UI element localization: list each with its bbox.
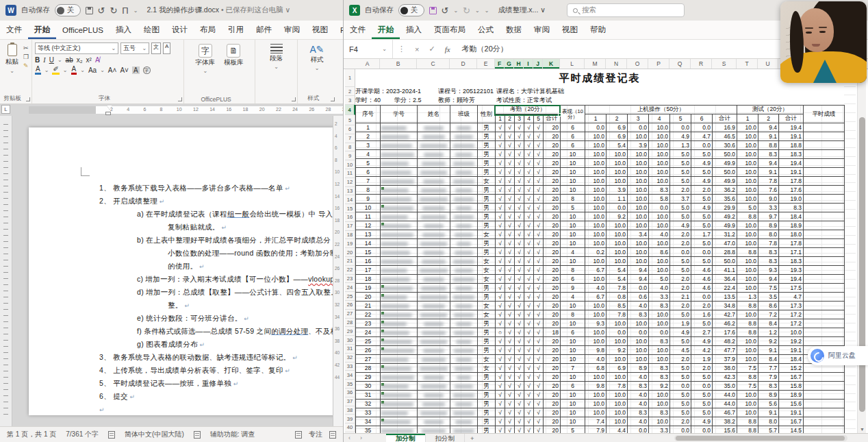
- excel-undo-icon[interactable]: ↺: [442, 6, 449, 15]
- menu-tab-视图[interactable]: 视图: [306, 21, 334, 39]
- column-header-B[interactable]: B: [380, 59, 417, 69]
- left-indent-marker[interactable]: [105, 112, 111, 115]
- font-library-button[interactable]: 字 字体库⌄: [192, 42, 219, 94]
- search-input[interactable]: 搜索: [567, 3, 685, 17]
- text-effects-icon[interactable]: A: [35, 66, 41, 75]
- scroll-down-icon[interactable]: ▼: [860, 427, 865, 432]
- menu-tab-开始[interactable]: 开始: [372, 21, 400, 39]
- row-header-10[interactable]: 10: [345, 160, 355, 169]
- template-library-button[interactable]: 🗎 模板库: [220, 42, 247, 94]
- word-document-title[interactable]: 2.1 我的操作步骤.docx • 已保存到这台电脑 ∨: [146, 5, 290, 15]
- th-sub[interactable]: 5: [534, 114, 544, 123]
- grade-row[interactable]: 18女√√√√√20610.05.49.45.02.04.636.410.09.…: [356, 275, 845, 284]
- th-sex[interactable]: 性别: [478, 106, 496, 123]
- column-header-F[interactable]: F: [495, 59, 505, 69]
- th-attendance[interactable]: 考勤（20分）: [496, 106, 561, 114]
- italic-button[interactable]: I: [43, 56, 45, 64]
- th-sub[interactable]: 1: [585, 114, 607, 123]
- grade-row[interactable]: 35男√√√√√2057.94.40.03.30.00.015.68.85.71…: [356, 426, 845, 434]
- menu-tab-审阅[interactable]: 审阅: [528, 21, 556, 39]
- th-no[interactable]: 序号: [356, 106, 381, 123]
- row-header-9[interactable]: 9: [345, 151, 355, 160]
- menu-tab-PDF[interactable]: PDF: [334, 21, 344, 39]
- accessibility-status[interactable]: 辅助功能: 调查: [210, 430, 255, 439]
- row-header-24[interactable]: 24: [345, 283, 355, 292]
- clipboard-dialog-launcher-icon[interactable]: [26, 97, 30, 101]
- add-sheet-button[interactable]: +: [465, 434, 480, 442]
- horizontal-ruler[interactable]: 24681012141618202224262830: [12, 104, 343, 116]
- menu-tab-设计[interactable]: 设计: [166, 21, 194, 39]
- font-dialog-launcher-icon[interactable]: [178, 97, 182, 101]
- doc-line[interactable]: d) 增加一列：总成绩【取整】——公式计算、四舍五入取整。教: [29, 286, 334, 299]
- grade-row[interactable]: 20男√√√√√2046.70.80.63.32.10.013.51.33.54…: [356, 293, 845, 302]
- th-cls[interactable]: 班级: [450, 106, 478, 123]
- superscript-button[interactable]: x²: [86, 56, 92, 64]
- paragraph-button[interactable]: 段落⌄: [266, 42, 286, 94]
- menu-tab-页面布局[interactable]: 页面布局: [428, 21, 472, 39]
- horizontal-scrollbar[interactable]: [674, 435, 847, 441]
- word-redo-icon[interactable]: ↻: [110, 6, 117, 15]
- column-header-L[interactable]: L: [560, 59, 585, 69]
- menu-tab-公式[interactable]: 公式: [472, 21, 500, 39]
- sheet-title[interactable]: 平时成绩登记表: [355, 69, 844, 87]
- menu-tab-开始[interactable]: 开始: [28, 21, 56, 39]
- column-header-E[interactable]: E: [477, 59, 495, 69]
- row-header-8[interactable]: 8: [345, 143, 355, 152]
- grade-row[interactable]: 14男√√√√√201010.010.010.010.02.05.047.010…: [356, 239, 845, 248]
- row-header-39[interactable]: 39: [345, 415, 355, 423]
- menu-tab-引用[interactable]: 引用: [222, 21, 250, 39]
- menu-tab-视图[interactable]: 视图: [556, 21, 584, 39]
- row-header-22[interactable]: 22: [345, 266, 355, 275]
- row-header-14[interactable]: 14: [345, 195, 355, 204]
- th-sub[interactable]: 2: [758, 114, 779, 123]
- grade-row[interactable]: 5男√√√√√201010.010.010.010.05.04.949.910.…: [356, 159, 845, 168]
- doc-line[interactable]: 1、 教务系统下载导入表格——多讲台多个表格——名单 ↵: [29, 182, 334, 195]
- th-sub[interactable]: 2: [607, 114, 628, 123]
- doc-line[interactable]: f) 条件格式或筛选——总成绩 57-59 之间的调分处理、不及格: [29, 325, 334, 338]
- row-header-30[interactable]: 30: [345, 336, 355, 345]
- th-sub[interactable]: 4: [524, 114, 534, 123]
- info-row-3[interactable]: 学时：40学分：2.5教师：顾玲芳考试性质：正常考试: [355, 96, 844, 105]
- grade-row[interactable]: 6男√√√√√201010.010.010.010.05.05.050.010.…: [356, 168, 845, 177]
- row-header-19[interactable]: 19: [345, 239, 355, 248]
- column-header-N[interactable]: N: [606, 59, 627, 69]
- enter-icon[interactable]: ✓: [424, 45, 439, 53]
- horizontal-scroll-thumb[interactable]: [676, 436, 845, 441]
- doc-line[interactable]: 整。 ↵: [29, 299, 334, 312]
- shading-icon[interactable]: A: [132, 66, 140, 74]
- vertical-scroll-thumb[interactable]: [859, 117, 865, 412]
- th-performance[interactable]: 表现（10分）: [561, 106, 585, 123]
- column-header-K[interactable]: K: [543, 59, 560, 69]
- grade-row[interactable]: 29男√√√√√201010.010.04.08.35.05.042.38.87…: [356, 373, 845, 382]
- grade-row[interactable]: 7女√√√√√201010.010.010.010.05.04.949.910.…: [356, 177, 845, 186]
- row-header-40[interactable]: 40: [345, 423, 355, 432]
- format-painter-icon[interactable]: ✎: [23, 62, 29, 69]
- underline-button[interactable]: U: [49, 56, 54, 64]
- column-header-D[interactable]: D: [450, 59, 477, 69]
- row-header-27[interactable]: 27: [345, 310, 355, 319]
- row-header-12[interactable]: 12: [345, 178, 355, 187]
- menu-tab-审阅[interactable]: 审阅: [278, 21, 306, 39]
- style-dialog-launcher-icon[interactable]: [331, 97, 335, 101]
- menu-tab-插入[interactable]: 插入: [110, 21, 138, 39]
- focus-mode[interactable]: 专注: [309, 430, 322, 439]
- paste-button[interactable]: 粘贴⌄: [3, 42, 21, 94]
- grade-row[interactable]: 33男√√√√√201010.010.08.38.35.05.046.710.0…: [356, 408, 845, 417]
- aliyun-drive-badge[interactable]: 阿里云盘: [808, 346, 868, 365]
- change-case-icon[interactable]: Aa: [88, 66, 97, 74]
- row-header-2[interactable]: 2: [345, 87, 355, 96]
- row-header-28[interactable]: 28: [345, 319, 355, 328]
- read-mode-icon[interactable]: [329, 431, 336, 439]
- cut-icon[interactable]: ✂: [23, 45, 29, 51]
- grade-row[interactable]: 11男√√√√√201010.09.210.010.05.05.049.28.8…: [356, 212, 845, 221]
- row-header-36[interactable]: 36: [345, 389, 355, 397]
- doc-line[interactable]: g) 图表看成绩分布 ↵: [29, 338, 334, 351]
- page-indicator[interactable]: 第 1 页，共 1 页: [7, 430, 56, 439]
- row-header-18[interactable]: 18: [345, 231, 355, 240]
- grade-row[interactable]: 32男√√√√√201010.010.04.010.05.05.044.010.…: [356, 400, 845, 408]
- grade-row[interactable]: 21女√√√√√201010.08.54.08.32.02.034.88.88.…: [356, 302, 845, 310]
- grade-row[interactable]: 24男○√√√√18610.00.00.00.04.92.717.68.81.2…: [356, 328, 845, 337]
- th-final[interactable]: 平时成绩: [804, 106, 845, 123]
- th-sub[interactable]: 合计: [713, 114, 737, 123]
- excel-workbook-title[interactable]: 成绩整理.x... ∨: [498, 5, 546, 15]
